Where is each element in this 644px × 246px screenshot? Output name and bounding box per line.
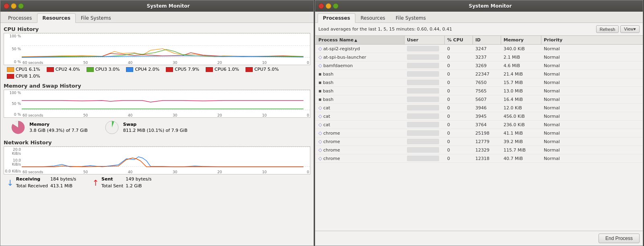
td-memory: 15.7 MiB	[501, 78, 541, 86]
table-row[interactable]: ◇ chrome 0 12318 40.7 MiB Normal	[315, 154, 643, 163]
bottom-bar: End Process	[315, 231, 643, 246]
process-table-body[interactable]: ◇ at-spi2-registryd 0 3247 340.0 KiB Nor…	[315, 45, 643, 231]
td-priority: Normal	[541, 45, 574, 53]
process-icon: ◇	[318, 105, 322, 111]
close-button-left[interactable]	[4, 3, 9, 9]
process-icon: ◇	[318, 122, 322, 127]
legend-color-cpu7	[246, 67, 253, 72]
tab-processes-left[interactable]: Processes	[3, 13, 37, 23]
window-title-right: System Monitor	[341, 3, 640, 9]
process-icon: ◇	[318, 54, 322, 60]
td-cpu: 0	[445, 121, 473, 129]
table-row[interactable]: ◇ cat 0 3764 236.0 KiB Normal	[315, 121, 643, 129]
td-user	[405, 70, 445, 78]
td-cpu: 0	[445, 137, 473, 146]
td-cpu: 0	[445, 112, 473, 120]
td-priority: Normal	[541, 62, 574, 70]
td-memory: 2.1 MiB	[501, 53, 541, 61]
process-table-container: Process Name ▲ User % CPU ID Memory Prio…	[315, 36, 643, 231]
refresh-button[interactable]: Refresh	[596, 25, 619, 33]
swap-pie-chart	[104, 119, 120, 135]
th-priority[interactable]: Priority	[541, 36, 574, 44]
maximize-button-right[interactable]	[333, 3, 339, 9]
right-window: System Monitor Processes Resources File …	[315, 0, 643, 246]
legend-color-cpu6	[206, 67, 213, 72]
table-row[interactable]: ▪ bash 0 7650 15.7 MiB Normal	[315, 78, 643, 87]
table-row[interactable]: ◇ chrome 0 12779 39.2 MiB Normal	[315, 137, 643, 146]
cpu-history-title: CPU History	[4, 26, 310, 32]
td-user	[405, 62, 445, 70]
memory-pie-chart	[10, 119, 26, 135]
td-priority: Normal	[541, 70, 574, 78]
td-name: ◇ cat	[316, 112, 405, 120]
user-placeholder	[407, 130, 439, 136]
td-name: ◇ at-spi-bus-launcher	[316, 53, 405, 61]
td-cpu: 0	[445, 70, 473, 78]
table-row[interactable]: ◇ cat 0 3946 12.0 KiB Normal	[315, 104, 643, 112]
legend-cpu3: CPU3 3.0%	[87, 67, 120, 72]
user-placeholder	[407, 54, 439, 60]
th-id[interactable]: ID	[473, 36, 501, 44]
legend-color-cpu5	[166, 67, 173, 72]
user-placeholder	[407, 113, 439, 119]
user-placeholder	[407, 63, 439, 68]
legend-color-cpu2	[47, 67, 54, 72]
td-name: ◇ cat	[316, 121, 405, 129]
td-memory: 340.0 KiB	[501, 45, 541, 53]
end-process-button[interactable]: End Process	[599, 234, 640, 243]
table-row[interactable]: ◇ bamfdaemon 0 3269 4.6 MiB Normal	[315, 62, 643, 70]
td-memory: 13.0 MiB	[501, 87, 541, 95]
td-cpu: 0	[445, 104, 473, 112]
window-controls-right	[318, 3, 339, 9]
table-row[interactable]: ▪ bash 0 7565 13.0 MiB Normal	[315, 87, 643, 95]
tab-filesystems-left[interactable]: File Systems	[76, 13, 116, 23]
maximize-button-left[interactable]	[18, 3, 24, 9]
td-id: 22347	[473, 70, 501, 78]
th-memory[interactable]: Memory	[501, 36, 541, 44]
processes-header: Load averages for the last 1, 5, 15 minu…	[315, 23, 643, 36]
td-name: ▪ bash	[316, 87, 405, 95]
th-cpu[interactable]: % CPU	[445, 36, 473, 44]
view-button[interactable]: View▾	[620, 25, 640, 33]
user-placeholder	[407, 80, 439, 85]
user-placeholder	[407, 96, 439, 102]
minimize-button-left[interactable]	[11, 3, 17, 9]
user-placeholder	[407, 105, 439, 111]
td-priority: Normal	[541, 112, 574, 120]
th-user[interactable]: User	[405, 36, 445, 44]
table-row[interactable]: ◇ chrome 0 12329 115.7 MiB Normal	[315, 146, 643, 154]
sent-stat: ↑ Sent Total Sent 149 bytes/s 1.2 GiB	[92, 176, 151, 189]
table-row[interactable]: ▪ bash 0 5607 16.4 MiB Normal	[315, 95, 643, 104]
resources-content: CPU History 100 % 50 % 0 %	[0, 23, 314, 246]
td-id: 3945	[473, 112, 501, 120]
close-button-right[interactable]	[318, 3, 324, 9]
table-row[interactable]: ◇ cat 0 3945 456.0 KiB Normal	[315, 112, 643, 121]
process-icon: ◇	[318, 63, 322, 68]
table-row[interactable]: ◇ at-spi-bus-launcher 0 3237 2.1 MiB Nor…	[315, 53, 643, 62]
table-row[interactable]: ◇ at-spi2-registryd 0 3247 340.0 KiB Nor…	[315, 45, 643, 53]
td-memory: 21.4 MiB	[501, 70, 541, 78]
tab-processes-right[interactable]: Processes	[318, 13, 355, 23]
td-name: ▪ bash	[316, 78, 405, 86]
td-id: 3764	[473, 121, 501, 129]
user-placeholder	[407, 46, 439, 51]
tab-resources-left[interactable]: Resources	[37, 13, 76, 23]
user-placeholder	[407, 139, 439, 144]
minimize-button-right[interactable]	[326, 3, 331, 9]
up-arrow-icon: ↑	[92, 178, 99, 188]
tab-filesystems-right[interactable]: File Systems	[390, 13, 431, 23]
td-memory: 39.2 MiB	[501, 137, 541, 146]
td-cpu: 0	[445, 62, 473, 70]
td-id: 25198	[473, 129, 501, 137]
td-name: ◇ chrome	[316, 146, 405, 154]
memory-x-labels: 60 seconds 50 40 30 20 10 0	[22, 110, 310, 117]
table-row[interactable]: ▪ bash 0 22347 21.4 MiB Normal	[315, 70, 643, 78]
receiving-stat: ↓ Receiving Total Received 184 bytes/s 4…	[7, 176, 76, 189]
th-process-name[interactable]: Process Name ▲	[316, 36, 405, 44]
td-user	[405, 121, 445, 129]
td-user	[405, 112, 445, 120]
table-row[interactable]: ◇ chrome 0 25198 41.1 MiB Normal	[315, 129, 643, 137]
down-arrow-icon: ↓	[7, 178, 14, 188]
legend-color-cpu3	[87, 67, 94, 72]
tab-resources-right[interactable]: Resources	[355, 13, 390, 23]
